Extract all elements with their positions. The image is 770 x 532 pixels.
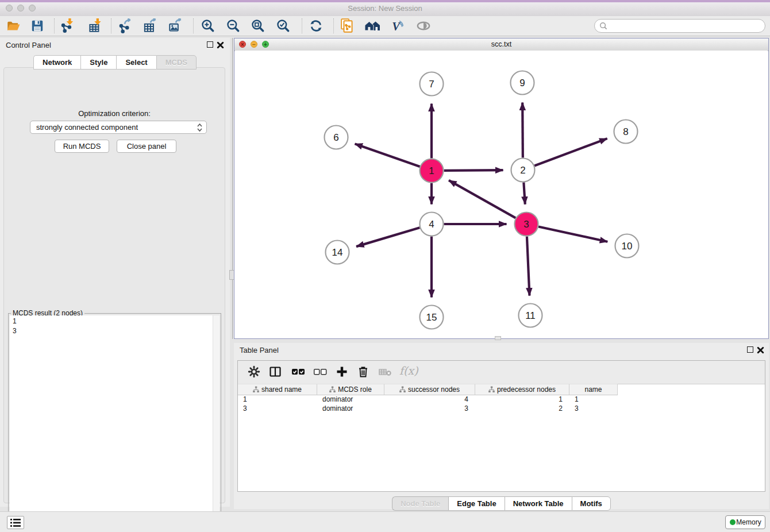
table-cell[interactable]: 3: [238, 404, 317, 413]
horizontal-split-grip[interactable]: [495, 336, 501, 340]
import-network-icon[interactable]: [59, 18, 74, 33]
column-header-predecessor-nodes[interactable]: predecessor nodes: [475, 384, 569, 395]
column-label: successor nodes: [408, 385, 460, 394]
column-header-name[interactable]: name: [569, 384, 618, 395]
network-canvas[interactable]: 1234678910111415: [235, 51, 768, 338]
table-settings-icon[interactable]: [248, 365, 261, 379]
table-cell[interactable]: 1: [238, 395, 317, 404]
export-network-icon[interactable]: [118, 18, 133, 33]
network-window: × − + scc.txt 1234678910111415: [234, 38, 769, 339]
optimization-criterion-value: strongly connected component: [36, 123, 138, 132]
function-builder-icon[interactable]: f(x): [399, 364, 418, 377]
table-panel-tabs: Node TableEdge TableNetwork TableMotifs: [234, 496, 769, 511]
zoom-fit-icon[interactable]: [251, 18, 265, 33]
graph-edge-2-8[interactable]: [534, 138, 607, 165]
tab-style[interactable]: Style: [80, 55, 116, 70]
table-cell[interactable]: 3: [569, 404, 618, 413]
column-header-successor-nodes[interactable]: successor nodes: [384, 384, 475, 395]
graph-node-label: 1: [429, 165, 434, 176]
select-all-icon[interactable]: [291, 365, 305, 379]
refresh-icon[interactable]: [309, 18, 324, 33]
add-row-icon[interactable]: [336, 365, 349, 379]
table-cell[interactable]: dominator: [317, 395, 384, 404]
control-panel-title: Control Panel: [6, 41, 51, 49]
deselect-all-icon[interactable]: [313, 365, 327, 379]
search-input[interactable]: [594, 19, 765, 33]
export-table-icon[interactable]: [143, 18, 157, 33]
optimization-criterion-label: Optimization criterion:: [4, 109, 225, 118]
control-panel-float-button[interactable]: [207, 41, 213, 48]
zoom-selected-icon[interactable]: [276, 18, 291, 33]
table-row[interactable]: 3dominator323: [238, 404, 618, 413]
toolbar-separator: [302, 18, 302, 33]
tab-network-table[interactable]: Network Table: [505, 496, 572, 511]
control-panel-close-icon[interactable]: [217, 41, 224, 48]
import-table-icon[interactable]: [87, 18, 102, 33]
main-toolbar: V: [0, 16, 770, 36]
tab-network[interactable]: Network: [33, 55, 80, 70]
table-panel-float-button[interactable]: [747, 346, 753, 353]
graph-edge-3-10[interactable]: [538, 227, 607, 242]
close-panel-button[interactable]: Close panel: [117, 140, 176, 153]
export-image-icon[interactable]: [168, 18, 183, 33]
mcds-result-area[interactable]: 1 3: [10, 315, 220, 530]
graph-edge-1-6[interactable]: [355, 144, 420, 167]
table-row[interactable]: 1dominator411: [238, 395, 618, 404]
apply-style-icon[interactable]: V: [390, 18, 405, 33]
column-label: name: [584, 385, 602, 394]
title-bar: Session: New Session: [0, 0, 770, 17]
column-header-mcds-role[interactable]: MCDS role: [317, 384, 384, 395]
tree-column-icon: [399, 386, 406, 393]
task-history-button[interactable]: [7, 516, 24, 529]
application-window: Session: New Session: [0, 0, 770, 532]
table-panel-title: Table Panel: [240, 346, 279, 354]
network-window-title: scc.txt: [234, 40, 768, 48]
result-scrollbar[interactable]: [213, 315, 220, 530]
window-title: Session: New Session: [0, 4, 770, 13]
graph-edge-2-9[interactable]: [522, 102, 523, 157]
open-session-icon[interactable]: [6, 18, 21, 33]
list-icon: [10, 519, 21, 527]
graph-edge-3-1[interactable]: [449, 180, 515, 218]
control-panel: Control Panel NetworkStyleSelectMCDS Opt…: [0, 38, 230, 507]
tab-mcds[interactable]: MCDS: [156, 55, 197, 70]
save-session-icon[interactable]: [30, 18, 45, 33]
panel-split-divider[interactable]: [232, 38, 233, 339]
tree-column-icon: [253, 386, 259, 393]
node-table-container: f(x) shared nameMCDS rolesuccessor nodes…: [237, 360, 765, 492]
graph-edge-4-14[interactable]: [356, 228, 419, 246]
zoom-in-icon[interactable]: [201, 18, 215, 33]
memory-button[interactable]: Memory: [725, 515, 765, 529]
column-header-shared-name[interactable]: shared name: [238, 384, 317, 395]
optimization-criterion-select[interactable]: strongly connected component: [30, 121, 207, 134]
show-details-eye-icon[interactable]: [416, 18, 431, 33]
table-cell[interactable]: 1: [569, 395, 618, 404]
graph-node-label: 3: [523, 219, 529, 230]
toolbar-separator: [111, 18, 111, 33]
network-window-titlebar[interactable]: × − + scc.txt: [234, 38, 768, 51]
split-view-icon[interactable]: [269, 365, 283, 379]
table-cell[interactable]: 1: [475, 395, 569, 404]
graph-edge-2-3[interactable]: [523, 182, 525, 204]
run-mcds-button[interactable]: Run MCDS: [55, 140, 109, 153]
home-icon[interactable]: [364, 18, 379, 33]
clone-network-icon[interactable]: [340, 18, 355, 33]
graph-edge-1-2[interactable]: [444, 170, 503, 171]
tab-select[interactable]: Select: [116, 55, 156, 70]
table-cell[interactable]: 2: [475, 404, 569, 413]
mcds-result-box: MCDS result (2 nodes) 1 3: [8, 313, 221, 532]
delete-row-icon[interactable]: [357, 365, 371, 379]
tab-node-table[interactable]: Node Table: [392, 496, 448, 511]
table-cell[interactable]: dominator: [317, 404, 384, 413]
zoom-out-icon[interactable]: [226, 18, 241, 33]
delete-table-icon[interactable]: [378, 365, 392, 379]
table-cell[interactable]: 3: [384, 404, 475, 413]
table-cell[interactable]: 4: [384, 395, 475, 404]
mcds-panel: Optimization criterion: strongly connect…: [3, 67, 225, 503]
graph-edge-3-11[interactable]: [527, 236, 530, 295]
tab-motifs[interactable]: Motifs: [572, 496, 611, 511]
table-panel-close-icon[interactable]: [757, 346, 764, 353]
tab-edge-table[interactable]: Edge Table: [448, 496, 504, 511]
toolbar-separator: [193, 18, 194, 33]
network-graph[interactable]: 1234678910111415: [235, 51, 768, 338]
